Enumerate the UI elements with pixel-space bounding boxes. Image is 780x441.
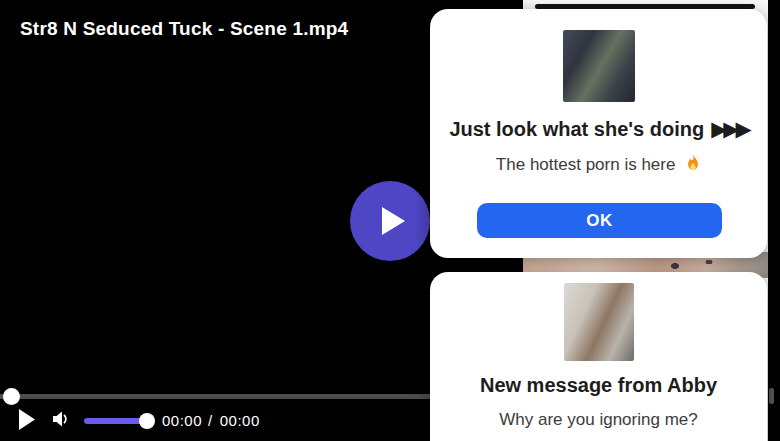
video-title: Str8 N Seduced Tuck - Scene 1.mp4 <box>20 18 348 40</box>
message-thumbnail-image[interactable] <box>564 283 634 361</box>
volume-icon <box>51 409 70 429</box>
triple-play-arrows-icon: ▶▶▶ <box>711 117 747 140</box>
offer-subtitle-text: The hottest porn is here <box>496 155 676 174</box>
offer-thumbnail-image[interactable] <box>563 30 635 102</box>
offer-subtitle: The hottest porn is here <box>430 154 767 175</box>
big-play-button[interactable] <box>350 181 430 261</box>
message-subtitle: Why are you ignoring me? <box>430 410 767 430</box>
play-icon <box>379 205 407 237</box>
seek-handle[interactable] <box>3 388 20 405</box>
popup-message: New message from Abby Why are you ignori… <box>430 272 767 441</box>
ok-button[interactable]: OK <box>477 203 722 238</box>
time-separator: / <box>208 412 213 429</box>
volume-slider[interactable] <box>84 418 147 424</box>
popup-offer: Just look what she's doing▶▶▶ The hottes… <box>430 9 767 258</box>
message-title: New message from Abby <box>430 374 767 397</box>
volume-handle[interactable] <box>139 413 155 429</box>
fire-icon <box>685 154 701 173</box>
play-button[interactable] <box>18 409 35 431</box>
current-time: 00:00 <box>162 412 202 429</box>
time-display: 00:00/00:00 <box>162 412 260 429</box>
scrollbar-thumb[interactable] <box>769 388 774 404</box>
offer-title-text: Just look what she's doing <box>449 118 704 140</box>
duration: 00:00 <box>220 412 260 429</box>
page: Str8 N Seduced Tuck - Scene 1.mp4 00:00/… <box>0 0 780 441</box>
mute-button[interactable] <box>50 409 70 429</box>
play-icon <box>19 409 35 430</box>
offer-title: Just look what she's doing▶▶▶ <box>430 117 767 141</box>
